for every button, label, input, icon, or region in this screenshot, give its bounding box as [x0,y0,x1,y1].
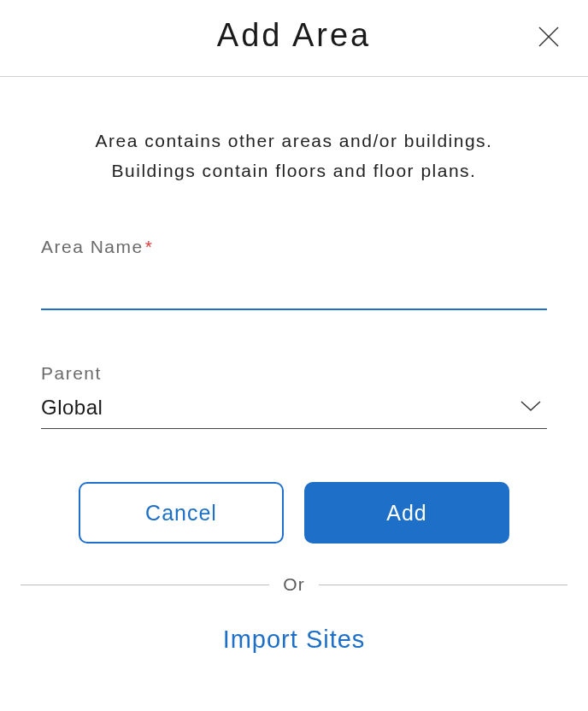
import-sites-link[interactable]: Import Sites [41,626,547,654]
area-name-label-text: Area Name [41,237,144,256]
dialog-title: Add Area [217,17,371,54]
required-asterisk: * [145,237,154,256]
dialog-body: Area contains other areas and/or buildin… [0,77,588,654]
cancel-button[interactable]: Cancel [79,482,284,544]
parent-select[interactable]: Global [41,391,547,429]
close-button[interactable] [533,22,564,53]
area-name-field: Area Name* [41,237,547,310]
dialog-header: Add Area [0,0,588,77]
close-icon [537,25,561,51]
parent-selected-value: Global [41,396,103,419]
parent-label: Parent [41,363,547,384]
area-name-label: Area Name* [41,237,547,257]
divider-line-left [21,585,269,585]
chevron-down-icon [520,399,542,416]
dialog-description: Area contains other areas and/or buildin… [41,126,547,185]
divider-text: Or [283,574,304,595]
area-name-input[interactable] [41,264,547,310]
add-button[interactable]: Add [304,482,509,544]
description-line2: Buildings contain floors and floor plans… [112,161,477,180]
divider-row: Or [21,574,567,595]
description-line1: Area contains other areas and/or buildin… [96,131,493,150]
divider-line-right [319,585,567,585]
button-row: Cancel Add [41,482,547,544]
parent-field: Parent Global [41,363,547,429]
